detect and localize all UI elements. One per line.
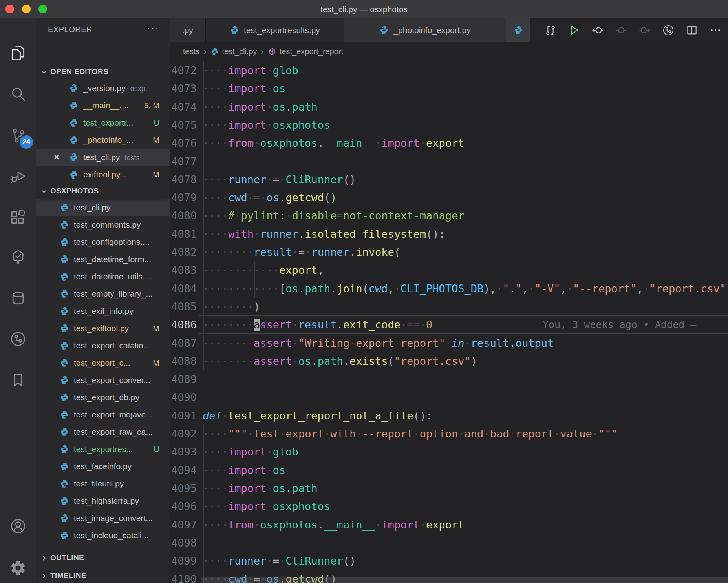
database-icon[interactable]	[0, 285, 36, 312]
tree-item[interactable]: test_export_mojave...	[36, 406, 170, 423]
navigate-back-icon[interactable]	[591, 23, 605, 37]
horizontal-scrollbar[interactable]	[201, 577, 728, 583]
tree-item[interactable]: test_exif_info.py	[36, 302, 170, 320]
code-line: ········assert·"Writing·export·report"·i…	[203, 334, 728, 352]
indent-guide	[203, 297, 204, 316]
sidebar-more-actions-icon[interactable]: ···	[147, 18, 159, 40]
sidebar-section-outline[interactable]: OUTLINE	[36, 549, 170, 567]
open-editor-item[interactable]: _version.pyosxp...	[36, 80, 170, 97]
line-number: 4076	[171, 134, 197, 152]
search-icon[interactable]	[0, 80, 36, 108]
python-file-icon	[60, 462, 69, 471]
close-icon[interactable]: ✕	[52, 152, 61, 162]
run-icon[interactable]	[567, 23, 581, 37]
breadcrumb-label: test_cli.py	[222, 47, 257, 56]
code-line: ····import·glob	[203, 61, 728, 80]
line-number: 4083	[171, 261, 197, 279]
tree-item[interactable]: test_faceinfo.py	[36, 458, 170, 475]
tree-item[interactable]: test_image_convert...	[36, 510, 170, 527]
code-line: ····import·os.path	[203, 98, 728, 116]
tree-item-label: test_export_conver...	[74, 375, 150, 385]
code-line: ····#·pylint:·disable=not-context-manage…	[203, 206, 728, 225]
tree-item[interactable]: test_datetime_utils....	[36, 268, 170, 285]
tree-item[interactable]: test_empty_library_...	[36, 285, 170, 302]
sidebar-header: EXPLORER ···	[36, 18, 170, 40]
tree-item-label: test_exif_info.py	[74, 306, 134, 316]
tree-item[interactable]: test_highsierra.py	[36, 492, 170, 510]
tree-item[interactable]: test_configoptions....	[36, 233, 170, 251]
editor-tab[interactable]	[506, 18, 530, 42]
breadcrumb-item[interactable]: test_export_report	[268, 47, 343, 56]
git-graph-icon[interactable]	[0, 325, 36, 353]
git-graph-icon[interactable]	[661, 23, 675, 37]
code-line: ····import·os	[203, 461, 728, 479]
tree-item[interactable]: test_exportres...U	[36, 441, 170, 458]
breadcrumb-item[interactable]: tests	[183, 47, 199, 56]
tab-label: _photoinfo_export.py	[393, 26, 470, 35]
python-file-icon	[69, 170, 79, 179]
tree-item[interactable]: test_exiftool.pyM	[36, 320, 170, 337]
testing-tree-icon[interactable]	[0, 244, 36, 271]
editor-tab[interactable]: _photoinfo_export.py	[344, 18, 506, 42]
breadcrumb-separator: ›	[203, 47, 206, 57]
open-editor-label: _version.pyosxp...	[83, 84, 151, 93]
extensions-icon[interactable]	[0, 203, 36, 231]
bookmarks-icon[interactable]	[0, 366, 36, 394]
code-line: ········)	[203, 297, 728, 316]
line-number: 4093	[171, 443, 197, 461]
python-file-icon	[210, 47, 219, 56]
run-debug-icon[interactable]	[0, 162, 36, 190]
tree-item[interactable]: test_export_conver...	[36, 372, 170, 389]
indent-guide	[229, 315, 229, 334]
breadcrumb-item[interactable]: test_cli.py	[210, 47, 257, 56]
settings-gear-icon[interactable]	[0, 554, 36, 582]
code-editor[interactable]: 4072····import·glob4073····import·os4074…	[170, 61, 728, 583]
line-number: 4100	[171, 570, 197, 583]
source-control-icon[interactable]: 24	[0, 122, 36, 149]
open-editor-item[interactable]: ✕test_cli.pytests	[36, 149, 170, 166]
open-editor-item[interactable]: exiftool.py...M	[36, 166, 170, 183]
open-editor-description: osxp...	[130, 85, 151, 93]
tree-item[interactable]: test_fileutil.py	[36, 475, 170, 492]
navigate-circle-icon[interactable]	[614, 23, 628, 37]
sidebar-bottom-sections: OUTLINETIMELINENPM SCRIPTS	[36, 549, 170, 583]
sidebar-section-timeline[interactable]: TIMELINE	[36, 567, 170, 583]
indent-guide	[203, 206, 204, 225]
indent-guide	[203, 424, 204, 443]
open-editor-item[interactable]: test_exportr...U	[36, 114, 170, 131]
tree-item-label: test_exiftool.py	[74, 324, 129, 333]
tree-item[interactable]: test_comments.py	[36, 216, 170, 233]
open-editor-item[interactable]: __main__....5, M	[36, 97, 170, 114]
breadcrumb-separator: ›	[261, 47, 264, 57]
indent-guide	[203, 443, 204, 461]
tree-item-label: test_exportres...	[74, 445, 133, 454]
tree-item[interactable]: test_export_c...M	[36, 354, 170, 372]
tree-item[interactable]: test_export_catalin...	[36, 337, 170, 354]
tree-item[interactable]: test_incloud_catali...	[36, 527, 170, 544]
code-line	[203, 370, 728, 388]
explorer-icon[interactable]	[0, 40, 36, 67]
code-line: ············[os.path.join(cwd,·CLI_PHOTO…	[203, 279, 728, 298]
tree-item[interactable]: test_export_raw_ca...	[36, 423, 170, 441]
split-editor-icon[interactable]	[685, 23, 699, 37]
indent-guide	[203, 516, 204, 534]
indent-guide	[203, 497, 204, 516]
section-label: OUTLINE	[50, 554, 84, 562]
tree-item[interactable]: test_export_db.py	[36, 389, 170, 406]
project-section-header[interactable]: OSXPHOTOS	[36, 183, 170, 199]
indent-guide	[203, 243, 204, 261]
tree-item-label: test_datetime_form...	[74, 255, 151, 264]
tree-item[interactable]: test_datetime_form...	[36, 251, 170, 268]
line-number: 4086	[171, 315, 197, 334]
accounts-icon[interactable]	[0, 512, 36, 540]
more-actions-icon[interactable]	[708, 23, 723, 37]
navigate-forward-icon[interactable]	[638, 23, 652, 37]
tree-item[interactable]: test_cli.py	[36, 199, 170, 216]
indent-guide	[203, 61, 204, 80]
open-editors-section-header[interactable]: OPEN EDITORS	[36, 64, 170, 80]
open-changes-icon[interactable]	[543, 23, 558, 37]
open-editor-item[interactable]: _photoinfo_...M	[36, 131, 170, 149]
indent-guide	[203, 116, 204, 134]
editor-tab[interactable]: test_exportresults.py	[206, 18, 344, 42]
editor-tab[interactable]: .py	[170, 18, 206, 42]
